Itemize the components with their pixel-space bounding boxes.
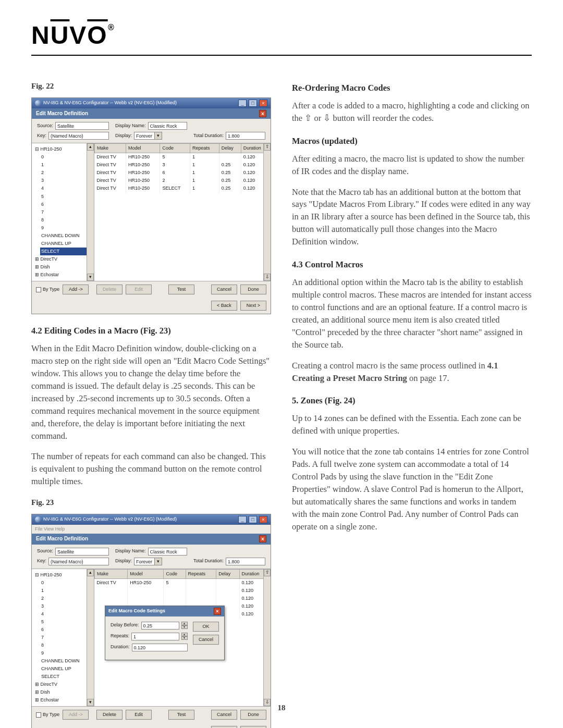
reorder-heading: Re-Ordering Macro Codes: [292, 82, 532, 94]
window-title: NV-I8G & NV-E6G Configurator -- Webb v2 …: [43, 100, 177, 106]
form-area: Source: Satellite Display Name: Classic …: [32, 119, 271, 143]
chevron-down-icon[interactable]: ▾: [155, 132, 162, 140]
body-text: After editing a macro, the macro list is…: [292, 153, 532, 178]
next-button[interactable]: Next >: [240, 301, 266, 311]
body-text: You will notice that the zone tab contai…: [292, 446, 532, 533]
source-input[interactable]: Satellite: [55, 122, 109, 130]
key-input[interactable]: (Named Macro): [48, 558, 109, 565]
body-text: When in the Edit Macro Definition window…: [31, 342, 271, 442]
tree-selected: SELECT: [40, 248, 92, 255]
bytype-checkbox[interactable]: By Type: [36, 711, 59, 718]
section-5-heading: 5. Zones (Fig. 24): [292, 394, 532, 407]
repeats-spin[interactable]: ▴▾: [181, 633, 188, 640]
displayname-input[interactable]: Classic Rock: [148, 122, 187, 130]
body-text: Note that the Macro tab has an additiona…: [292, 186, 532, 249]
duration-value: 0.120: [132, 644, 188, 651]
section-4-3-heading: 4.3 Control Macros: [292, 258, 532, 271]
body-text: The number of repeats for each command c…: [31, 450, 271, 488]
source-input[interactable]: Satellite: [55, 548, 109, 556]
maximize-button[interactable]: □: [249, 100, 257, 107]
move-up-icon: ⇧: [264, 569, 271, 576]
panel-header: Edit Macro Definition ×: [32, 534, 271, 545]
dialog-close-icon[interactable]: ×: [214, 608, 221, 615]
app-icon: [35, 100, 41, 106]
page-number: 18: [0, 704, 563, 712]
totaldur-value: 1.800: [226, 558, 265, 565]
body-text: Creating a control macro is the same pro…: [292, 360, 532, 385]
display-select[interactable]: Forever: [134, 558, 155, 565]
fig22-label: Fig. 22: [31, 81, 271, 92]
display-label: Display:: [115, 132, 132, 139]
right-column: Re-Ordering Macro Codes After a code is …: [292, 71, 532, 728]
panel-header: Edit Macro Definition ×: [32, 108, 271, 119]
minimize-button[interactable]: _: [238, 516, 247, 523]
displayname-label: Display Name:: [115, 122, 146, 129]
close-button[interactable]: ×: [259, 100, 267, 107]
chevron-down-icon[interactable]: ▾: [155, 558, 162, 565]
totaldur-value: 1.800: [226, 132, 265, 140]
delay-spin[interactable]: ▴▾: [181, 622, 188, 629]
bytype-checkbox[interactable]: By Type: [36, 286, 59, 293]
brand-logo: NUVO®: [31, 21, 108, 50]
dialog-ok-button[interactable]: OK: [193, 622, 219, 632]
move-down-icon: ⇩: [264, 274, 271, 281]
code-tree[interactable]: ⊟ HR10-250 0 1 2 3 4 5 6 7 8 9 CHANNEL D…: [32, 569, 94, 707]
tree-scrollbar[interactable]: ▴▾: [87, 569, 94, 707]
left-column: Fig. 22 NV-I8G & NV-E6G Configurator -- …: [31, 71, 271, 728]
panel-close-icon[interactable]: ×: [259, 535, 266, 542]
body-text: Up to 14 zones can be defined with the E…: [292, 412, 532, 437]
delete-button[interactable]: Delete: [96, 285, 123, 294]
edit-button[interactable]: Edit: [126, 285, 152, 294]
close-button[interactable]: ×: [259, 516, 267, 523]
maximize-button[interactable]: □: [249, 516, 257, 523]
key-input[interactable]: (Named Macro): [48, 132, 109, 140]
section-4-2-heading: 4.2 Editing Codes in a Macro (Fig. 23): [31, 325, 271, 337]
minimize-button[interactable]: _: [238, 100, 247, 107]
edit-macro-code-dialog: Edit Macro Code Settings× Delay Before: …: [105, 606, 225, 660]
menu-bar[interactable]: File View Help: [32, 525, 271, 534]
fig23-screenshot: NV-I8G & NV-E6G Configurator -- Webb v2 …: [31, 514, 271, 728]
macro-grid[interactable]: MakeModel CodeRepeats DelayDuration Dire…: [94, 143, 271, 281]
fig22-screenshot: NV-I8G & NV-E6G Configurator -- Webb v2 …: [31, 97, 271, 314]
tree-node: ⊟ HR10-250: [34, 145, 92, 153]
move-up-icon: ⇧: [264, 143, 271, 151]
next-button[interactable]: Next >: [240, 726, 266, 728]
body-text: An additional option within the Macro ta…: [292, 276, 532, 351]
tree-scrollbar[interactable]: ▴▾: [87, 143, 94, 281]
fig23-label: Fig. 23: [31, 497, 271, 509]
panel-close-icon[interactable]: ×: [259, 110, 266, 117]
key-label: Key:: [37, 132, 46, 139]
window-titlebar: NV-I8G & NV-E6G Configurator -- Webb v2 …: [32, 98, 271, 108]
macros-updated-heading: Macros (updated): [292, 135, 532, 147]
display-select[interactable]: Forever: [134, 132, 155, 140]
header-divider: [31, 55, 532, 56]
dialog-cancel-button[interactable]: Cancel: [193, 635, 219, 645]
displayname-input[interactable]: Classic Rock: [148, 548, 187, 556]
back-button[interactable]: < Back: [211, 726, 237, 728]
body-text: After a code is added to a macro, highli…: [292, 100, 532, 125]
window-title: NV-I8G & NV-E6G Configurator -- Webb v2 …: [43, 516, 177, 523]
grid-scrollbar[interactable]: ⇧⇩: [263, 569, 271, 707]
grid-scrollbar[interactable]: ⇧⇩: [263, 143, 271, 281]
delay-before-input[interactable]: 0.25: [141, 622, 179, 630]
back-button[interactable]: < Back: [211, 301, 237, 311]
totaldur-label: Total Duration:: [193, 132, 224, 139]
source-label: Source:: [37, 122, 53, 129]
done-button[interactable]: Done: [240, 285, 266, 294]
test-button[interactable]: Test: [168, 285, 194, 294]
code-tree[interactable]: ⊟ HR10-250 0 1 2 3 4 5 6 7 8 9 CHANNEL D…: [32, 143, 94, 281]
window-titlebar: NV-I8G & NV-E6G Configurator -- Webb v2 …: [32, 514, 271, 525]
app-icon: [35, 516, 41, 523]
cancel-button[interactable]: Cancel: [211, 285, 237, 294]
repeats-input[interactable]: 1: [131, 633, 179, 640]
add-button[interactable]: Add ->: [63, 285, 89, 294]
